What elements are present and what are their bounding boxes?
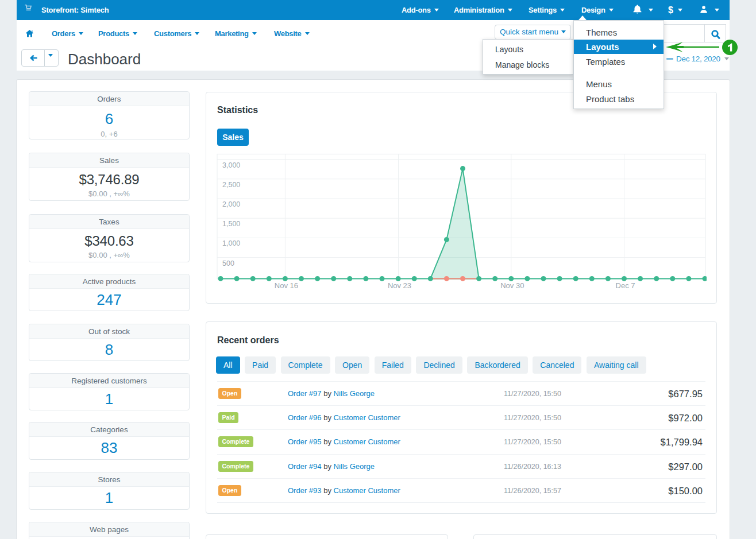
- svg-text:3,000: 3,000: [222, 161, 240, 169]
- svg-text:2,500: 2,500: [222, 181, 240, 189]
- svg-text:Dec 7: Dec 7: [616, 281, 635, 290]
- svg-text:2,000: 2,000: [222, 200, 240, 208]
- svg-text:Nov 23: Nov 23: [388, 281, 411, 290]
- svg-text:Nov 16: Nov 16: [275, 281, 298, 290]
- svg-text:1,500: 1,500: [222, 220, 240, 228]
- svg-text:1,000: 1,000: [222, 239, 240, 247]
- svg-text:500: 500: [222, 259, 234, 267]
- svg-text:Nov 30: Nov 30: [500, 281, 524, 290]
